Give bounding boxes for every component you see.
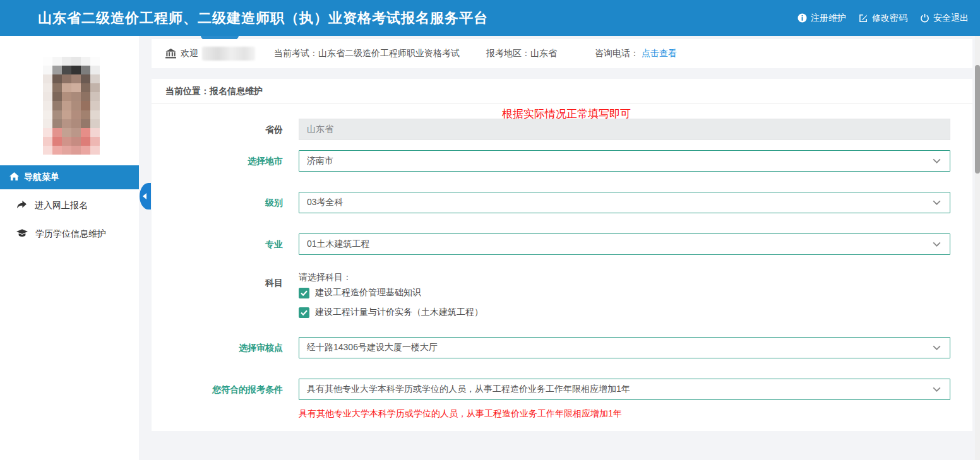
view-phone-link[interactable]: 点击查看 bbox=[642, 48, 677, 59]
sidebar-item-education-info[interactable]: 学历学位信息维护 bbox=[0, 223, 139, 245]
review-point-selected-value: 经十路14306号建设大厦一楼大厅 bbox=[307, 342, 438, 353]
major-select[interactable]: 01土木建筑工程 bbox=[299, 233, 950, 255]
city-label: 选择地市 bbox=[152, 156, 283, 167]
province-value: 山东省 bbox=[307, 124, 333, 135]
phone-label: 咨询电话： bbox=[595, 48, 639, 59]
subjects-prompt: 请选择科目： bbox=[299, 272, 352, 283]
city-selected-value: 济南市 bbox=[307, 155, 333, 167]
registration-form-card: 当前位置：报名信息维护 根据实际情况正常填写即可 省份 山东省 选择地市 济南市… bbox=[152, 79, 972, 431]
province-field: 山东省 bbox=[299, 119, 950, 140]
chevron-down-icon bbox=[933, 387, 941, 392]
chevron-down-icon bbox=[933, 345, 941, 350]
condition-select[interactable]: 具有其他专业大学本科学历或学位的人员，从事工程造价业务工作年限相应增加1年 bbox=[299, 379, 950, 400]
subject-checkbox-row[interactable]: 建设工程计量与计价实务（土木建筑工程） bbox=[299, 307, 483, 318]
province-label: 省份 bbox=[152, 124, 283, 136]
subject-checkbox[interactable] bbox=[299, 307, 309, 318]
subjects-label: 科目 bbox=[152, 278, 283, 289]
sidebar-item-label: 进入网上报名 bbox=[35, 200, 88, 211]
subject-checkbox-row[interactable]: 建设工程造价管理基础知识 bbox=[299, 287, 421, 298]
major-selected-value: 01土木建筑工程 bbox=[307, 239, 370, 250]
enter-arrow-icon bbox=[16, 201, 27, 211]
logout-link[interactable]: 安全退出 bbox=[920, 13, 969, 24]
edit-pencil-icon bbox=[859, 13, 868, 23]
scrollbar-track[interactable] bbox=[975, 36, 980, 460]
welcome-label: 欢迎 bbox=[181, 48, 198, 59]
condition-note: 具有其他专业大学本科学历或学位的人员，从事工程造价业务工作年限相应增加1年 bbox=[299, 408, 622, 420]
city-select[interactable]: 济南市 bbox=[299, 150, 950, 172]
chevron-left-icon bbox=[143, 193, 146, 199]
app-header: 山东省二级造价工程师、二级建造师职（执）业资格考试报名服务平台 注册维护 修改密… bbox=[0, 0, 980, 36]
logout-label: 安全退出 bbox=[933, 13, 969, 24]
current-exam-text: 当前考试：山东省二级造价工程师职业资格考试 bbox=[274, 48, 460, 59]
subject-option-label: 建设工程计量与计价实务（土木建筑工程） bbox=[315, 307, 483, 318]
header-links: 注册维护 修改密码 安全退出 bbox=[798, 13, 969, 24]
registration-maintenance-link[interactable]: 注册维护 bbox=[798, 13, 846, 24]
app-title: 山东省二级造价工程师、二级建造师职（执）业资格考试报名服务平台 bbox=[38, 9, 488, 28]
applicant-photo bbox=[43, 57, 100, 155]
scrollbar-thumb[interactable] bbox=[975, 65, 980, 174]
home-icon bbox=[9, 172, 19, 183]
user-name-redacted bbox=[202, 47, 255, 61]
nav-menu-header[interactable]: 导航菜单 bbox=[0, 165, 139, 189]
subject-option-label: 建设工程造价管理基础知识 bbox=[315, 287, 421, 298]
change-password-label: 修改密码 bbox=[872, 13, 907, 24]
chevron-down-icon bbox=[933, 242, 941, 247]
chevron-down-icon bbox=[933, 200, 941, 205]
sidebar: 导航菜单 进入网上报名 学历学位信息维护 bbox=[0, 36, 139, 460]
welcome-bar: 欢迎 当前考试：山东省二级造价工程师职业资格考试 报考地区：山东省 咨询电话： … bbox=[152, 39, 972, 68]
nav-menu-label: 导航菜单 bbox=[24, 172, 59, 183]
exam-region-text: 报考地区：山东省 bbox=[486, 48, 557, 59]
review-point-label: 选择审核点 bbox=[152, 343, 283, 354]
review-point-select[interactable]: 经十路14306号建设大厦一楼大厅 bbox=[299, 337, 950, 358]
breadcrumb: 当前位置：报名信息维护 bbox=[152, 79, 972, 104]
sidebar-collapse-toggle[interactable] bbox=[140, 183, 151, 209]
level-select[interactable]: 03考全科 bbox=[299, 192, 950, 213]
power-icon bbox=[920, 13, 929, 23]
change-password-link[interactable]: 修改密码 bbox=[859, 13, 907, 24]
registration-maintenance-label: 注册维护 bbox=[811, 13, 846, 24]
condition-label: 您符合的报考条件 bbox=[152, 384, 283, 396]
institution-icon bbox=[165, 49, 176, 59]
graduation-cap-icon bbox=[16, 229, 28, 240]
major-label: 专业 bbox=[152, 239, 283, 251]
chevron-down-icon bbox=[933, 158, 941, 163]
level-label: 级别 bbox=[152, 198, 283, 209]
sidebar-item-online-registration[interactable]: 进入网上报名 bbox=[0, 195, 139, 216]
sidebar-item-label: 学历学位信息维护 bbox=[35, 228, 106, 240]
condition-selected-value: 具有其他专业大学本科学历或学位的人员，从事工程造价业务工作年限相应增加1年 bbox=[307, 384, 630, 395]
level-selected-value: 03考全科 bbox=[307, 197, 344, 208]
subject-checkbox[interactable] bbox=[299, 288, 309, 298]
info-circle-icon bbox=[798, 13, 807, 23]
